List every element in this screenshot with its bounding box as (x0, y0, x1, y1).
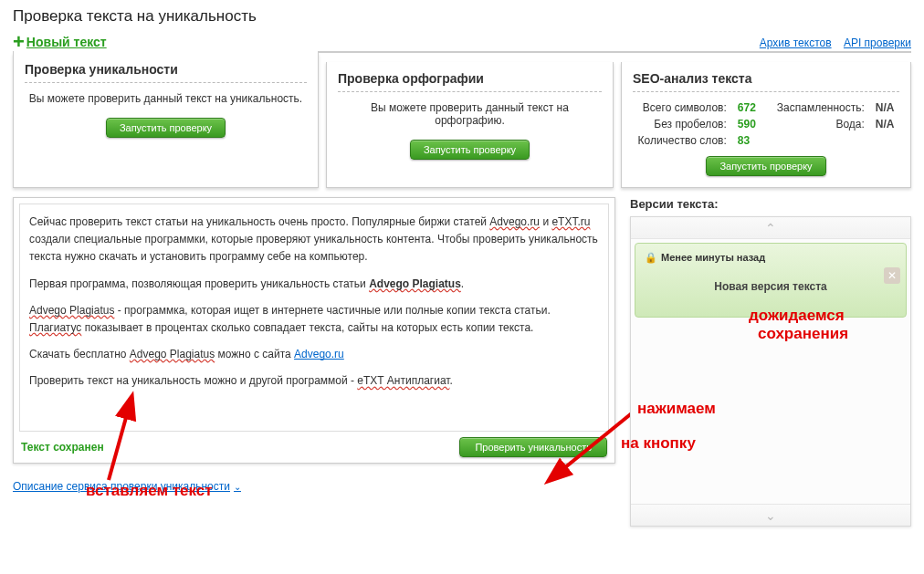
lock-icon: 🔒 (645, 252, 657, 263)
scroll-up-button[interactable]: ⌃ (631, 217, 910, 239)
version-time: Менее минуты назад (661, 252, 765, 263)
seo-spam-value: N/A (876, 101, 899, 114)
versions-title: Версии текста: (630, 197, 911, 211)
plus-icon: + (13, 36, 25, 48)
top-links: Архив текстов API проверки (751, 37, 911, 49)
seo-words-value: 83 (738, 134, 761, 147)
chevron-down-icon: ⌄ (234, 482, 241, 492)
seo-stats: Всего символов: 672 Заспамленность: N/A … (633, 101, 899, 147)
version-item[interactable]: 🔒Менее минуты назад Новая версия текста … (635, 243, 907, 318)
editor-footer: Текст сохранен Проверить уникальность (19, 437, 609, 457)
seo-nospaces-value: 590 (738, 118, 761, 130)
scroll-down-button[interactable]: ⌄ (631, 504, 910, 526)
run-spelling-button[interactable]: Запустить проверку (410, 140, 530, 160)
page-title: Проверка текста на уникальность (13, 7, 911, 26)
chevron-down-icon: ⌄ (765, 508, 776, 523)
versions-box: ⌃ 🔒Менее минуты назад Новая версия текст… (630, 216, 911, 527)
tabs: Проверка уникальности Вы можете проверит… (13, 53, 911, 188)
seo-water-value: N/A (876, 118, 899, 130)
editor-paragraph: Первая программа, позволяющая проверить … (29, 276, 599, 293)
close-icon[interactable]: ✕ (884, 267, 900, 284)
editor-column: Сейчас проверить текст статьи на уникаль… (13, 197, 615, 527)
service-description-label: Описание сервиса проверки уникальности (13, 480, 230, 493)
run-seo-button[interactable]: Запустить проверку (706, 156, 825, 176)
tab-seo[interactable]: SEO-анализ текста Всего символов: 672 За… (621, 62, 911, 188)
version-label: Новая версия текста (645, 280, 897, 293)
tab-spelling-title: Проверка орфографии (338, 71, 602, 92)
tab-spelling-desc: Вы можете проверить данный текст на орфо… (338, 101, 602, 127)
editor-paragraph: Скачать бесплатно Advego Plagiatus можно… (29, 346, 599, 363)
api-link[interactable]: API проверки (844, 37, 911, 49)
seo-nospaces-label: Без пробелов: (633, 118, 727, 130)
tab-uniqueness-desc: Вы можете проверить данный текст на уник… (25, 92, 307, 105)
tab-uniqueness[interactable]: Проверка уникальности Вы можете проверит… (13, 53, 319, 188)
seo-total-value: 672 (738, 101, 761, 114)
versions-column: Версии текста: ⌃ 🔒Менее минуты назад Нов… (630, 197, 911, 527)
new-text-label: Новый текст (26, 35, 107, 49)
archive-link[interactable]: Архив текстов (760, 37, 832, 49)
run-uniqueness-button[interactable]: Запустить проверку (106, 118, 226, 138)
editor-paragraph: Проверить текст на уникальность можно и … (29, 372, 599, 390)
tab-seo-title: SEO-анализ текста (633, 71, 899, 92)
toolbar: + Новый текст Архив текстов API проверки (13, 35, 911, 53)
seo-words-label: Количество слов: (633, 134, 727, 147)
saved-label: Текст сохранен (21, 441, 104, 454)
check-uniqueness-button[interactable]: Проверить уникальность (459, 437, 607, 457)
tab-uniqueness-title: Проверка уникальности (25, 62, 307, 83)
seo-total-label: Всего символов: (633, 101, 727, 114)
service-description-link[interactable]: Описание сервиса проверки уникальности ⌄ (13, 480, 241, 493)
tab-spelling[interactable]: Проверка орфографии Вы можете проверить … (326, 62, 614, 188)
chevron-up-icon: ⌃ (765, 221, 776, 235)
editor-paragraph: Сейчас проверить текст статьи на уникаль… (29, 214, 599, 266)
text-editor[interactable]: Сейчас проверить текст статьи на уникаль… (19, 204, 609, 432)
seo-water-label: Вода: (772, 118, 865, 130)
new-text-button[interactable]: + Новый текст (13, 35, 107, 49)
editor-paragraph: Advego Plagiatus - программка, которая и… (29, 302, 599, 337)
editor-frame: Сейчас проверить текст статьи на уникаль… (13, 197, 615, 464)
seo-spam-label: Заспамленность: (772, 101, 865, 114)
